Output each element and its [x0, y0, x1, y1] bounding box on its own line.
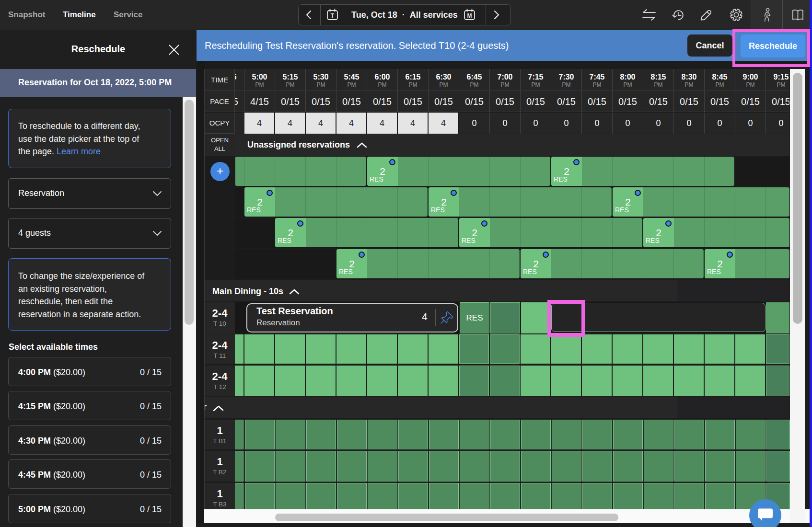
svg-text:T: T — [331, 12, 335, 19]
svg-text:M: M — [467, 12, 472, 19]
